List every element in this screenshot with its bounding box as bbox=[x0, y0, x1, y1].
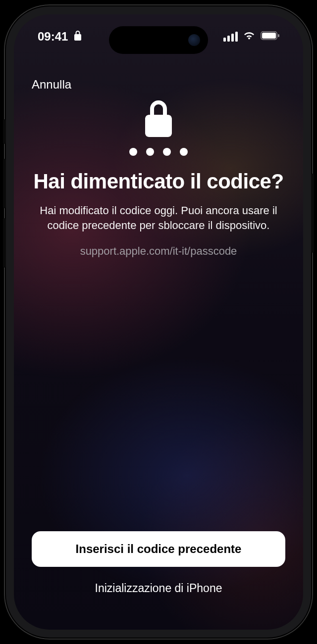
description-text: Hai modificato il codice oggi. Puoi anco… bbox=[32, 203, 285, 232]
battery-icon bbox=[261, 31, 279, 42]
cancel-button[interactable]: Annulla bbox=[32, 74, 285, 95]
phone-frame: 09:41 bbox=[5, 5, 312, 639]
passcode-dot bbox=[129, 148, 137, 156]
dynamic-island bbox=[109, 26, 208, 54]
erase-iphone-button[interactable]: Inizializzazione di iPhone bbox=[32, 582, 285, 605]
passcode-dot bbox=[146, 148, 154, 156]
status-time: 09:41 bbox=[38, 30, 68, 44]
camera-icon bbox=[188, 34, 200, 46]
svg-rect-1 bbox=[262, 33, 276, 39]
side-button bbox=[3, 218, 6, 268]
enter-previous-passcode-button[interactable]: Inserisci il codice precedente bbox=[32, 531, 285, 567]
passcode-dot bbox=[180, 148, 188, 156]
wifi-icon bbox=[243, 31, 256, 43]
page-title: Hai dimenticato il codice? bbox=[32, 170, 285, 193]
passcode-dot bbox=[163, 148, 171, 156]
svg-rect-2 bbox=[278, 34, 279, 37]
lock-icon bbox=[145, 100, 172, 139]
screen: 09:41 bbox=[14, 14, 303, 630]
side-button bbox=[311, 174, 314, 253]
side-button bbox=[3, 159, 6, 208]
lock-icon bbox=[74, 30, 82, 44]
cellular-signal-icon bbox=[223, 32, 238, 42]
support-url: support.apple.com/it-it/passcode bbox=[32, 245, 285, 258]
side-button bbox=[3, 119, 6, 144]
passcode-dots bbox=[129, 148, 188, 156]
